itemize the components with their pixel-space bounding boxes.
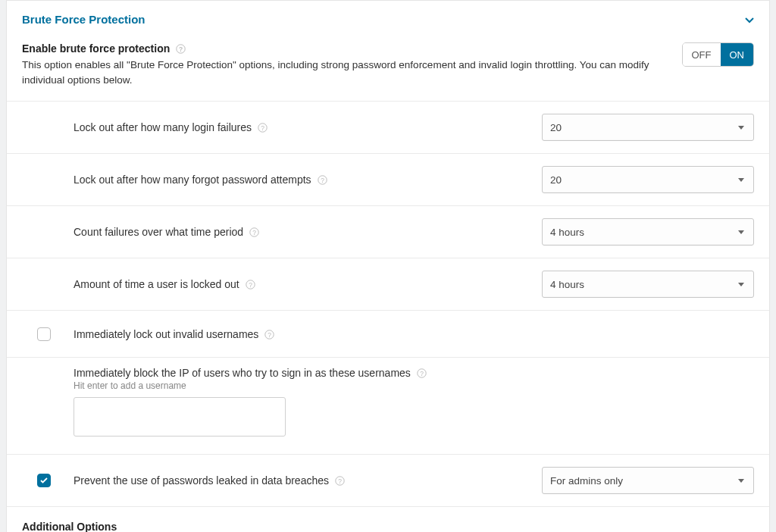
label-text: Immediately lock out invalid usernames xyxy=(74,328,258,340)
row-forgot-attempts: Lock out after how many forgot password … xyxy=(7,154,769,206)
help-icon[interactable]: ? xyxy=(417,368,427,378)
row-lockout-time: Amount of time a user is locked out ? 4 … xyxy=(7,258,769,311)
block-ip-hint: Hit enter to add a username xyxy=(74,380,754,391)
label-text: Count failures over what time period xyxy=(74,226,243,238)
help-icon[interactable]: ? xyxy=(318,175,327,185)
block-ip-input[interactable] xyxy=(74,397,286,437)
label-text: Lock out after how many forgot password … xyxy=(74,174,311,186)
enable-section: Enable brute force protection ? This opt… xyxy=(7,35,769,102)
brute-force-panel: Brute Force Protection Enable brute forc… xyxy=(6,0,770,532)
label-text: Immediately block the IP of users who tr… xyxy=(74,367,411,379)
lockout-time-label: Amount of time a user is locked out ? xyxy=(74,278,542,290)
leaked-passwords-label: Prevent the use of passwords leaked in d… xyxy=(74,474,542,487)
help-icon[interactable]: ? xyxy=(258,123,268,133)
block-ip-label: Immediately block the IP of users who tr… xyxy=(74,367,754,379)
help-icon[interactable]: ? xyxy=(335,476,345,486)
svg-text:?: ? xyxy=(252,229,256,236)
label-text: Lock out after how many login failures xyxy=(74,121,252,133)
label-text: Prevent the use of passwords leaked in d… xyxy=(74,474,329,487)
forgot-attempts-label: Lock out after how many forgot password … xyxy=(74,174,542,186)
control-col: 4 hours xyxy=(542,218,754,246)
count-period-dropdown[interactable]: 4 hours xyxy=(542,218,754,246)
control-col: 20 xyxy=(542,166,754,193)
checkbox-col xyxy=(22,327,74,341)
label-text: Amount of time a user is locked out xyxy=(74,278,239,290)
lockout-time-dropdown[interactable]: 4 hours xyxy=(542,271,754,298)
row-invalid-usernames: Immediately lock out invalid usernames ? xyxy=(7,311,769,358)
row-count-period: Count failures over what time period ? 4… xyxy=(7,206,769,258)
toggle-on[interactable]: ON xyxy=(721,43,754,66)
help-icon[interactable]: ? xyxy=(246,280,255,289)
row-leaked-passwords: Prevent the use of passwords leaked in d… xyxy=(7,455,769,507)
enable-title: Enable brute force protection ? xyxy=(22,42,664,55)
forgot-attempts-dropdown[interactable]: 20 xyxy=(542,166,754,193)
additional-options-title: Additional Options xyxy=(22,521,754,532)
leaked-passwords-dropdown[interactable]: For admins only xyxy=(542,467,754,494)
help-icon[interactable]: ? xyxy=(249,227,259,237)
panel-header: Brute Force Protection xyxy=(7,1,769,35)
help-icon[interactable]: ? xyxy=(176,44,186,54)
panel-title: Brute Force Protection xyxy=(22,13,146,26)
collapse-icon[interactable] xyxy=(745,14,754,26)
control-col: For admins only xyxy=(542,467,754,494)
svg-text:?: ? xyxy=(420,370,424,377)
enable-text: Enable brute force protection ? This opt… xyxy=(22,42,664,87)
svg-text:?: ? xyxy=(179,45,183,53)
svg-text:?: ? xyxy=(261,124,264,132)
leaked-passwords-checkbox[interactable] xyxy=(37,474,51,487)
enable-title-text: Enable brute force protection xyxy=(22,42,170,55)
help-icon[interactable]: ? xyxy=(264,330,274,340)
login-failures-dropdown[interactable]: 20 xyxy=(542,114,754,141)
row-block-ip: Immediately block the IP of users who tr… xyxy=(7,358,769,455)
count-period-label: Count failures over what time period ? xyxy=(74,226,542,238)
svg-text:?: ? xyxy=(321,177,324,184)
control-col: 4 hours xyxy=(542,271,754,298)
control-col: 20 xyxy=(542,114,754,141)
row-login-failures: Lock out after how many login failures ?… xyxy=(7,102,769,154)
svg-text:?: ? xyxy=(249,281,252,289)
invalid-usernames-label: Immediately lock out invalid usernames ? xyxy=(74,328,754,340)
svg-text:?: ? xyxy=(268,330,271,338)
enable-description: This option enables all "Brute Force Pro… xyxy=(22,58,664,87)
enable-toggle[interactable]: OFF ON xyxy=(682,42,755,67)
login-failures-label: Lock out after how many login failures ? xyxy=(74,121,542,133)
invalid-usernames-checkbox[interactable] xyxy=(37,327,51,341)
svg-text:?: ? xyxy=(338,477,342,485)
checkbox-col xyxy=(22,474,74,487)
additional-options-header: Additional Options xyxy=(7,507,769,532)
toggle-off[interactable]: OFF xyxy=(683,43,721,66)
